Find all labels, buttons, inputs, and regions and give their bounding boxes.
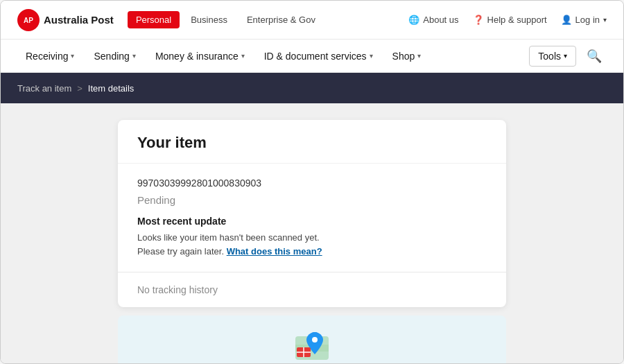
breadcrumb-track-item[interactable]: Track an item	[17, 83, 71, 94]
user-icon: 👤	[561, 15, 572, 25]
login-link[interactable]: 👤 Log in ▾	[561, 15, 607, 25]
card-body: 99703039992801000830903 Pending Most rec…	[118, 164, 506, 272]
svg-point-5	[312, 337, 318, 343]
nav-receiving[interactable]: Receiving ▾	[17, 40, 83, 73]
question-icon: ❓	[473, 15, 484, 25]
tab-enterprise[interactable]: Enterprise & Gov	[239, 11, 324, 28]
brand-name: Australia Post	[44, 14, 114, 26]
search-button[interactable]: 🔍	[582, 44, 607, 69]
map-icon	[294, 325, 330, 361]
map-preview	[118, 315, 506, 364]
svg-text:AP: AP	[24, 17, 33, 24]
nav-sending[interactable]: Sending ▾	[85, 40, 144, 73]
chevron-down-icon: ▾	[564, 52, 567, 60]
card-footer: No tracking history	[118, 272, 506, 307]
update-heading: Most recent update	[137, 216, 487, 227]
main-nav-items: Receiving ▾ Sending ▾ Money & insurance …	[17, 40, 429, 73]
nav-shop[interactable]: Shop ▾	[384, 40, 430, 73]
item-card: Your item 99703039992801000830903 Pendin…	[118, 120, 506, 307]
tab-business[interactable]: Business	[182, 11, 236, 28]
breadcrumb-separator: >	[77, 83, 83, 94]
brand-logo[interactable]: AP Australia Post	[17, 9, 114, 31]
update-text-line1: Looks like your item hasn't been scanned…	[137, 232, 320, 243]
update-text: Looks like your item hasn't been scanned…	[137, 231, 487, 258]
chevron-down-icon: ▾	[71, 52, 74, 60]
audience-tabs: Personal Business Enterprise & Gov	[128, 11, 324, 28]
logo-area: AP Australia Post Personal Business Ente…	[17, 9, 324, 31]
chevron-down-icon: ▾	[417, 52, 421, 60]
nav-id-document[interactable]: ID & document services ▾	[256, 40, 381, 73]
help-support-link[interactable]: ❓ Help & support	[473, 15, 547, 25]
top-right-actions: 🌐 About us ❓ Help & support 👤 Log in ▾	[408, 15, 607, 25]
chevron-down-icon: ▾	[603, 16, 607, 24]
card-header: Your item	[118, 120, 506, 164]
tab-personal[interactable]: Personal	[128, 11, 180, 28]
status-badge: Pending	[137, 194, 487, 206]
about-us-link[interactable]: 🌐 About us	[408, 15, 458, 25]
chevron-down-icon: ▾	[370, 52, 373, 60]
chevron-down-icon: ▾	[241, 52, 245, 60]
no-tracking-history: No tracking history	[137, 284, 218, 295]
card-title: Your item	[137, 134, 487, 152]
logo-icon: AP	[17, 9, 40, 31]
nav-money-insurance[interactable]: Money & insurance ▾	[147, 40, 253, 73]
main-nav-right: Tools ▾ 🔍	[529, 44, 607, 69]
tracking-number: 99703039992801000830903	[137, 177, 487, 189]
breadcrumb-current: Item details	[88, 83, 134, 94]
top-navigation: AP Australia Post Personal Business Ente…	[1, 1, 623, 40]
globe-icon: 🌐	[408, 15, 419, 25]
update-text-line2: Please try again later.	[137, 246, 224, 257]
search-icon: 🔍	[587, 49, 602, 64]
page-content: Your item 99703039992801000830903 Pendin…	[1, 103, 623, 364]
breadcrumb-bar: Track an item > Item details	[1, 73, 623, 103]
what-does-this-mean-link[interactable]: What does this mean?	[227, 246, 322, 257]
chevron-down-icon: ▾	[132, 52, 136, 60]
tools-button[interactable]: Tools ▾	[529, 46, 576, 67]
main-navigation: Receiving ▾ Sending ▾ Money & insurance …	[1, 40, 623, 73]
